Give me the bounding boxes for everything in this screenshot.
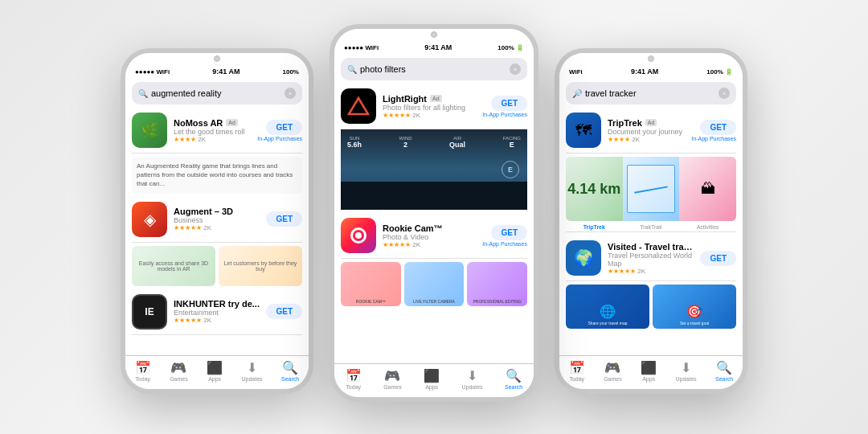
search-bar-center[interactable]: 🔍 photo filters × (341, 58, 527, 80)
nav-label: Today (346, 384, 361, 390)
screenshot-row: ROOKIE CAM™ LIVE FILTER CAMERA PROFESSIO… (341, 262, 527, 306)
search-bar-right[interactable]: 🔎 travel tracker × (566, 82, 736, 104)
svg-marker-0 (349, 98, 368, 114)
battery-right: 100% 🔋 (706, 68, 733, 76)
nav-item-today[interactable]: 📅 Today (569, 360, 585, 382)
games-icon: 🎮 (604, 360, 620, 375)
ad-badge: Ad (645, 119, 657, 126)
app-category: Photo filters for all lighting (383, 104, 476, 112)
app-info-rookie: Rookie Cam™ Photo & Video ★★★★★ 2K (383, 223, 476, 248)
nav-item-today[interactable]: 📅 Today (135, 360, 151, 382)
front-camera-center (431, 31, 437, 38)
updates-icon: ⬇ (681, 360, 691, 375)
battery-center: 100% 🔋 (497, 44, 524, 51)
apps-icon: ⬛ (424, 368, 440, 383)
nav-label: Today (135, 376, 150, 382)
nav-item-apps[interactable]: ⬛ Apps (641, 360, 657, 382)
app-name: Augment – 3D (174, 207, 260, 216)
app-screenshot-center: SUN5.6h WIND2 AIRQual FACINGE E (341, 129, 527, 210)
mini-tab-bar: TripTrek TrakTrail Activities (566, 224, 736, 232)
bottom-nav-right: 📅 Today 🎮 Games ⬛ Apps ⬇ Updates 🔍 (559, 355, 743, 389)
get-button-inkhunter[interactable]: GET (266, 304, 302, 319)
nav-item-updates[interactable]: ⬇ Updates (462, 368, 483, 390)
get-button-rookie[interactable]: GET (491, 225, 527, 240)
promo-item-2: Let customers try before they buy (219, 246, 302, 286)
list-item: ◈ Augment – 3D Business ★★★★★ 2K GET (132, 197, 302, 243)
app-info-inkhunter: INKHUNTER try de... Entertainment ★★★★★ … (174, 299, 260, 324)
search-clear-center[interactable]: × (510, 63, 521, 75)
nav-item-search[interactable]: 🔍 Search (281, 360, 299, 382)
stars: ★★★★★ 2K (608, 268, 694, 275)
front-camera-right (648, 55, 654, 62)
screenshot-thumb-2: LIVE FILTER CAMERA (404, 262, 465, 306)
app-info-augment: Augment – 3D Business ★★★★★ 2K (174, 207, 260, 231)
games-icon: 🎮 (384, 368, 400, 383)
nav-item-games[interactable]: 🎮 Games (383, 368, 402, 390)
nav-item-search[interactable]: 🔍 Search (715, 360, 733, 382)
stars: ★★★★★ 2K (174, 224, 260, 231)
nav-label: Search (281, 376, 299, 382)
stars: ★★★★ 2K (174, 136, 251, 143)
app-category: Entertainment (174, 309, 260, 317)
search-text-left: augmented reality (151, 88, 285, 98)
search-clear-right[interactable]: × (719, 88, 730, 99)
map-preview-block: 4.14 km 🏔 (566, 157, 736, 221)
phone-center: ●●●●● WiFi 9:41 AM 100% 🔋 🔍 photo filter… (330, 24, 538, 402)
status-bar-right: WiFi 9:41 AM 100% 🔋 (559, 64, 743, 79)
updates-icon: ⬇ (247, 360, 257, 375)
time-center: 9:41 AM (424, 43, 452, 51)
app-icon-nomoss: 🌿 (132, 113, 167, 148)
in-app-label: In-App Purchases (482, 112, 527, 117)
front-camera (214, 55, 220, 62)
search-clear-left[interactable]: × (285, 88, 296, 99)
app-name: Rookie Cam™ (383, 223, 476, 233)
battery-left: 100% (283, 68, 299, 76)
get-button-nomoss[interactable]: GET (266, 120, 302, 135)
in-app-label: In-App Purchases (482, 241, 527, 247)
front-camera-area (125, 53, 309, 64)
nav-item-games[interactable]: 🎮 Games (604, 360, 622, 382)
apps-icon: ⬛ (641, 360, 657, 375)
today-icon: 📅 (569, 360, 585, 375)
app-name: NoMoss AR (174, 118, 223, 128)
app-info-visited: Visited - Travel tracker Travel Personal… (608, 242, 694, 275)
get-button-augment[interactable]: GET (266, 211, 302, 227)
nav-item-updates[interactable]: ⬇ Updates (676, 360, 697, 382)
apps-icon: ⬛ (207, 360, 223, 375)
app-name: Visited - Travel tracker (608, 242, 694, 252)
nav-item-today[interactable]: 📅 Today (346, 368, 362, 390)
get-button-triptrek[interactable]: GET (700, 120, 736, 135)
get-button-lightright[interactable]: GET (491, 96, 527, 111)
nav-item-apps[interactable]: ⬛ Apps (207, 360, 223, 382)
search-nav-icon: 🔍 (282, 360, 298, 375)
app-category: Let the good times roll (174, 128, 251, 136)
app-info-nomoss: NoMoss AR Ad Let the good times roll ★★★… (174, 118, 251, 143)
nav-label: Games (383, 384, 402, 390)
nav-label: Games (604, 376, 622, 382)
app-category: Photo & Video (383, 233, 476, 241)
stars: ★★★★★ 2K (174, 317, 260, 324)
app-icon-inkhunter: IE (132, 294, 167, 330)
search-icon-center: 🔍 (347, 65, 357, 74)
search-nav-icon: 🔍 (716, 360, 732, 375)
nav-item-updates[interactable]: ⬇ Updates (242, 360, 263, 382)
search-text-right: travel tracker (585, 88, 719, 98)
nav-item-search[interactable]: 🔍 Search (505, 368, 522, 390)
list-item: LightRight Ad Photo filters for all ligh… (341, 84, 527, 129)
app-category: Document your journey (608, 128, 685, 136)
stars: ★★★★★ 2K (383, 241, 476, 248)
time-right: 9:41 AM (631, 68, 658, 76)
list-item: Rookie Cam™ Photo & Video ★★★★★ 2K GET I… (341, 213, 527, 259)
nav-item-games[interactable]: 🎮 Games (170, 360, 188, 382)
nav-item-apps[interactable]: ⬛ Apps (424, 368, 440, 390)
list-item: 🌍 Visited - Travel tracker Travel Person… (566, 235, 736, 281)
phones-container: ●●●●● WiFi 9:41 AM 100% 🔍 augmented real… (72, 8, 796, 426)
search-bar-left[interactable]: 🔍 augmented reality × (132, 82, 302, 104)
status-bar-center: ●●●●● WiFi 9:41 AM 100% 🔋 (334, 40, 534, 55)
phone-right: WiFi 9:41 AM 100% 🔋 🔎 travel tracker × 🗺 (555, 48, 747, 394)
app-info-lightright: LightRight Ad Photo filters for all ligh… (383, 94, 476, 119)
get-button-visited[interactable]: GET (700, 251, 736, 266)
games-icon: 🎮 (170, 360, 186, 375)
app-name: LightRight (383, 94, 427, 104)
nav-label: Games (170, 376, 188, 382)
